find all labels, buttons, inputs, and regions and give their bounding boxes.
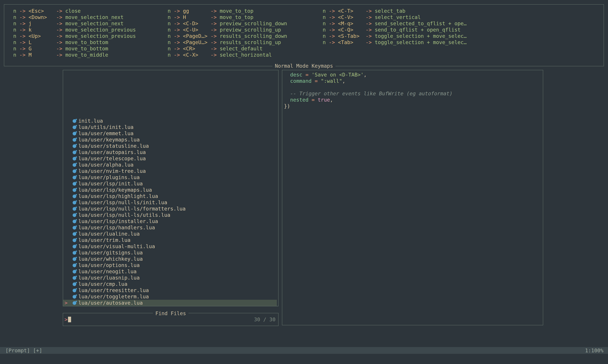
file-name: lua/user/autopairs.lua: [78, 149, 146, 155]
lua-icon: [72, 188, 77, 192]
code-token: ":wall": [321, 78, 342, 84]
preview-code: desc = 'Save on <D-TAB>', command = ":wa…: [284, 72, 542, 109]
code-line: -- Trigger other events like BufWrite (e…: [284, 91, 542, 97]
code-token: nested: [290, 97, 308, 103]
code-token: [284, 91, 290, 96]
code-token: [284, 97, 290, 103]
file-name: lua/user/lsp/handlers.lua: [78, 224, 155, 231]
file-row[interactable]: lua/user/luasnip.lua: [63, 275, 277, 281]
keymap-action: move_selection_previous: [65, 27, 136, 33]
file-row[interactable]: lua/user/telescope.lua: [63, 155, 277, 162]
arrow: ->: [171, 39, 183, 45]
keymaps-window-title: Normal Mode Keymaps: [272, 63, 335, 69]
file-row[interactable]: lua/user/statusline.lua: [63, 143, 277, 149]
arrow: ->: [210, 52, 220, 58]
arrow: ->: [56, 27, 65, 33]
keymap-mode: n: [13, 33, 16, 39]
keymap-action: results_scrolling_down: [220, 33, 287, 39]
file-row[interactable]: lua/user/lsp/highlight.lua: [63, 193, 277, 199]
keymap-mode: n: [168, 52, 171, 58]
file-row[interactable]: lua/user/lsp/installer.lua: [63, 218, 277, 224]
keymap-key: <Up>: [28, 33, 56, 39]
lua-icon: [72, 131, 77, 136]
code-token: 'Save on <D-TAB>': [312, 72, 364, 78]
file-row[interactable]: lua/user/autopairs.lua: [63, 149, 277, 155]
keymap-row: n -> <S-Tab> -> toggle_selection + move_…: [323, 33, 467, 39]
arrow: ->: [326, 14, 338, 20]
keymap-action: move_to_bottom: [65, 39, 108, 45]
file-row[interactable]: lua/user/lsp/init.lua: [63, 181, 277, 187]
file-row[interactable]: lua/user/lsp/null-ls/init.lua: [63, 199, 277, 206]
file-row[interactable]: lua/user/alpha.lua: [63, 162, 277, 168]
keymap-action: send_to_qflist + open_qflist: [375, 27, 461, 33]
file-row[interactable]: lua/user/gitsigns.lua: [63, 249, 277, 256]
arrow: ->: [16, 52, 28, 58]
file-row[interactable]: lua/user/nvim-tree.lua: [63, 168, 277, 174]
lua-icon: [72, 232, 77, 236]
statusline: [Prompt] [+] 1:100%: [0, 347, 608, 354]
keymap-key: k: [28, 27, 56, 33]
lua-icon: [72, 263, 77, 268]
keymap-mode: n: [323, 8, 326, 14]
code-token: =: [312, 97, 315, 103]
prompt-input[interactable]: > 30 / 30: [63, 313, 278, 326]
lua-icon: [72, 118, 77, 123]
command-line: [0, 354, 608, 364]
file-row[interactable]: lua/user/lsp/handlers.lua: [63, 224, 277, 231]
file-row[interactable]: lua/user/treesitter.lua: [63, 287, 277, 293]
keymaps-window: n -> <Esc> -> closen -> <Down> -> move_s…: [4, 4, 604, 66]
file-row[interactable]: lua/user/trim.lua: [63, 237, 277, 243]
keymap-mode: n: [323, 21, 326, 26]
lua-icon: [72, 257, 77, 261]
file-row[interactable]: >lua/user/autosave.lua: [63, 300, 277, 306]
arrow: ->: [56, 21, 65, 26]
file-row[interactable]: lua/user/neogit.lua: [63, 268, 277, 275]
keymap-row: n -> M -> move_to_middle: [13, 52, 136, 58]
code-token: [284, 72, 290, 78]
file-name: lua/user/plugins.lua: [78, 174, 140, 181]
file-name: lua/user/lsp/keymaps.lua: [78, 187, 152, 193]
keymap-key: <M-q>: [338, 21, 366, 26]
file-row[interactable]: lua/utils/init.lua: [63, 124, 277, 130]
code-line: }): [284, 103, 542, 109]
statusline-position: 1:100%: [585, 347, 603, 354]
arrow: ->: [366, 27, 375, 33]
file-row[interactable]: lua/user/whichkey.lua: [63, 256, 277, 262]
file-row[interactable]: lua/user/lsp/null-ls/utils.lua: [63, 212, 277, 218]
file-name: lua/user/treesitter.lua: [78, 287, 149, 293]
keymap-key: <Down>: [28, 14, 56, 20]
keymap-key: <C-D>: [183, 21, 210, 26]
keymap-row: n -> <PageD…> -> results_scrolling_down: [168, 33, 287, 39]
keymap-key: <C-U>: [183, 27, 210, 33]
keymap-action: move_selection_previous: [65, 33, 136, 39]
lua-icon: [72, 156, 77, 161]
keymap-mode: n: [168, 46, 171, 52]
keymap-key: <C-X>: [183, 52, 210, 58]
code-token: ,: [342, 78, 345, 84]
keymap-row: n -> k -> move_selection_previous: [13, 27, 136, 33]
keymap-row: n -> H -> move_to_top: [168, 14, 287, 20]
file-row[interactable]: lua/user/lsp/null-ls/formatters.lua: [63, 206, 277, 212]
file-row[interactable]: lua/user/lsp/keymaps.lua: [63, 187, 277, 193]
lua-icon: [72, 169, 77, 173]
keymap-key: G: [28, 46, 56, 52]
file-row[interactable]: lua/user/lualine.lua: [63, 231, 277, 237]
file-row[interactable]: lua/user/keymaps.lua: [63, 137, 277, 143]
file-row[interactable]: lua/user/cmp.lua: [63, 281, 277, 287]
keymap-mode: n: [168, 14, 171, 20]
keymap-row: n -> <M-q> -> send_selected_to_qflist + …: [323, 20, 467, 27]
file-row[interactable]: lua/user/visual-multi.lua: [63, 243, 277, 249]
arrow: ->: [171, 46, 183, 52]
lua-icon: [72, 150, 77, 155]
file-row[interactable]: lua/user/emmet.lua: [63, 130, 277, 137]
arrow: ->: [16, 46, 28, 52]
file-row[interactable]: lua/user/plugins.lua: [63, 174, 277, 181]
file-name: lua/user/options.lua: [78, 262, 140, 268]
arrow: ->: [16, 27, 28, 33]
file-list: init.lualua/utils/init.lualua/user/emmet…: [63, 118, 278, 306]
arrow: ->: [171, 8, 183, 14]
keymap-mode: n: [323, 39, 326, 45]
file-row[interactable]: init.lua: [63, 118, 277, 124]
file-row[interactable]: lua/user/options.lua: [63, 262, 277, 268]
file-row[interactable]: lua/user/toggleterm.lua: [63, 293, 277, 300]
